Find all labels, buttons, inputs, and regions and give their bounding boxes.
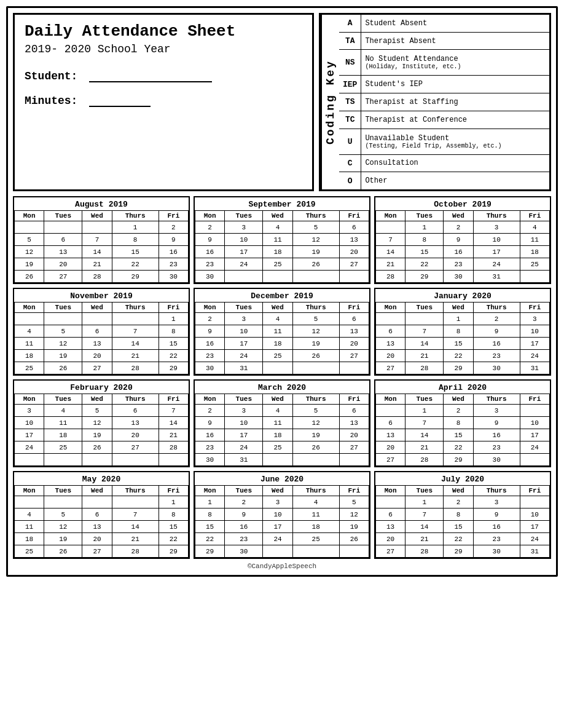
calendar-cell[interactable]: 25 (263, 350, 292, 362)
calendar-cell[interactable]: 13 (339, 417, 369, 429)
calendar-cell[interactable]: 25 (44, 441, 82, 454)
calendar-cell[interactable]: 29 (444, 454, 473, 466)
calendar-cell[interactable]: 25 (520, 258, 549, 271)
calendar-cell[interactable]: 12 (292, 234, 339, 246)
calendar-cell[interactable]: 23 (195, 258, 225, 271)
calendar-cell[interactable]: 20 (376, 350, 405, 362)
calendar-cell[interactable]: 17 (473, 246, 520, 258)
calendar-cell[interactable]: 26 (339, 533, 369, 545)
calendar-cell[interactable] (15, 454, 44, 466)
calendar-cell[interactable]: 13 (376, 429, 405, 441)
calendar-cell[interactable]: 28 (376, 271, 405, 283)
calendar-cell[interactable] (263, 271, 292, 283)
calendar-cell[interactable] (15, 313, 44, 325)
calendar-cell[interactable]: 30 (473, 362, 520, 374)
calendar-cell[interactable]: 18 (292, 521, 339, 533)
calendar-cell[interactable]: 17 (520, 521, 549, 533)
calendar-cell[interactable]: 8 (444, 325, 473, 338)
calendar-cell[interactable]: 3 (263, 496, 292, 508)
calendar-cell[interactable]: 18 (15, 533, 44, 545)
calendar-cell[interactable]: 10 (520, 325, 549, 338)
calendar-cell[interactable]: 15 (444, 429, 473, 441)
calendar-cell[interactable]: 14 (159, 417, 188, 429)
calendar-cell[interactable]: 2 (473, 313, 520, 325)
calendar-cell[interactable]: 1 (159, 496, 188, 508)
calendar-cell[interactable]: 3 (520, 313, 549, 325)
calendar-cell[interactable]: 28 (405, 362, 444, 374)
calendar-cell[interactable] (263, 362, 292, 374)
student-input-line[interactable] (89, 81, 212, 82)
calendar-cell[interactable]: 31 (520, 362, 549, 374)
calendar-cell[interactable] (292, 271, 339, 283)
calendar-cell[interactable]: 16 (473, 338, 520, 350)
calendar-cell[interactable]: 23 (225, 533, 263, 545)
calendar-cell[interactable]: 11 (520, 234, 549, 246)
calendar-cell[interactable]: 2 (195, 405, 225, 417)
calendar-cell[interactable]: 19 (15, 258, 44, 271)
calendar-cell[interactable]: 16 (195, 429, 225, 441)
calendar-cell[interactable]: 3 (225, 221, 263, 234)
calendar-cell[interactable] (159, 454, 188, 466)
calendar-cell[interactable]: 11 (263, 234, 292, 246)
calendar-cell[interactable] (112, 496, 159, 508)
calendar-cell[interactable]: 28 (159, 441, 188, 454)
calendar-cell[interactable]: 30 (225, 545, 263, 558)
calendar-cell[interactable]: 22 (112, 258, 159, 271)
calendar-cell[interactable]: 24 (225, 350, 263, 362)
calendar-cell[interactable] (292, 454, 339, 466)
calendar-cell[interactable]: 17 (225, 338, 263, 350)
calendar-cell[interactable]: 26 (44, 545, 82, 558)
calendar-cell[interactable] (520, 496, 549, 508)
calendar-cell[interactable]: 22 (159, 533, 188, 545)
calendar-cell[interactable]: 21 (405, 350, 444, 362)
calendar-cell[interactable] (82, 221, 112, 234)
calendar-cell[interactable]: 19 (44, 533, 82, 545)
calendar-cell[interactable]: 9 (195, 417, 225, 429)
calendar-cell[interactable]: 26 (292, 258, 339, 271)
calendar-cell[interactable]: 20 (82, 533, 112, 545)
calendar-cell[interactable]: 8 (444, 508, 473, 521)
calendar-cell[interactable]: 3 (473, 496, 520, 508)
calendar-cell[interactable]: 10 (520, 417, 549, 429)
calendar-cell[interactable]: 14 (112, 338, 159, 350)
calendar-cell[interactable]: 11 (263, 417, 292, 429)
calendar-cell[interactable]: 7 (405, 508, 444, 521)
calendar-cell[interactable]: 15 (195, 521, 225, 533)
calendar-cell[interactable]: 11 (44, 417, 82, 429)
calendar-cell[interactable]: 1 (405, 221, 444, 234)
calendar-cell[interactable]: 1 (159, 313, 188, 325)
calendar-cell[interactable]: 19 (339, 521, 369, 533)
calendar-cell[interactable]: 1 (405, 496, 444, 508)
calendar-cell[interactable]: 25 (15, 545, 44, 558)
calendar-cell[interactable]: 31 (473, 271, 520, 283)
calendar-cell[interactable]: 31 (520, 545, 549, 558)
calendar-cell[interactable]: 19 (292, 246, 339, 258)
calendar-cell[interactable]: 16 (444, 246, 473, 258)
calendar-cell[interactable]: 8 (112, 234, 159, 246)
calendar-cell[interactable]: 22 (159, 350, 188, 362)
calendar-cell[interactable] (112, 313, 159, 325)
calendar-cell[interactable]: 29 (112, 271, 159, 283)
calendar-cell[interactable]: 26 (292, 350, 339, 362)
calendar-cell[interactable]: 21 (405, 441, 444, 454)
calendar-cell[interactable]: 24 (225, 258, 263, 271)
calendar-cell[interactable]: 25 (263, 258, 292, 271)
calendar-cell[interactable]: 1 (444, 313, 473, 325)
calendar-cell[interactable]: 12 (44, 521, 82, 533)
calendar-cell[interactable]: 9 (473, 417, 520, 429)
calendar-cell[interactable]: 22 (444, 533, 473, 545)
calendar-cell[interactable]: 15 (444, 338, 473, 350)
calendar-cell[interactable]: 20 (339, 338, 369, 350)
calendar-cell[interactable]: 29 (405, 271, 444, 283)
calendar-cell[interactable]: 29 (444, 545, 473, 558)
calendar-cell[interactable]: 26 (44, 362, 82, 374)
calendar-cell[interactable]: 20 (376, 533, 405, 545)
calendar-cell[interactable]: 22 (444, 350, 473, 362)
calendar-cell[interactable]: 25 (263, 441, 292, 454)
calendar-cell[interactable]: 19 (44, 350, 82, 362)
calendar-cell[interactable]: 7 (112, 508, 159, 521)
calendar-cell[interactable]: 14 (405, 338, 444, 350)
calendar-cell[interactable]: 31 (225, 362, 263, 374)
calendar-cell[interactable]: 10 (225, 234, 263, 246)
calendar-cell[interactable]: 6 (376, 508, 405, 521)
